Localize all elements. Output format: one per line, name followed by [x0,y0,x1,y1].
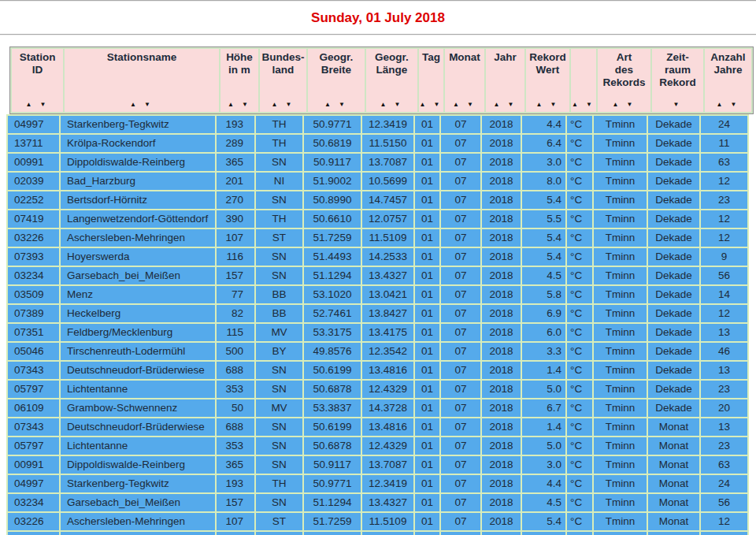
cell-station-id [8,532,59,535]
sort-arrows-rekord-wert[interactable]: ▲ ▼ [536,101,559,108]
cell-hoehe: 107 [217,229,254,247]
cell-station-id: 05797 [8,381,59,398]
cell-jahr: 2018 [482,513,521,530]
cell-geogr-laenge: 12.3542 [362,343,413,360]
sort-arrows-monat[interactable]: ▲ ▼ [453,101,476,108]
cell-anzahl-jahre: 24 [701,475,747,492]
cell-stationsname: Deutschneudorf-Brüderwiese [61,362,215,379]
records-section: StationID▲ ▼Stationsname▲ ▼Höhein m▲ ▼Bu… [6,46,747,535]
cell-tag: 01 [415,494,439,511]
cell-hoehe: 157 [217,494,254,511]
sort-arrows-hoehe[interactable]: ▲ ▼ [228,101,251,108]
cell-geogr-breite: 51.1294 [304,494,361,511]
cell-jahr: 2018 [482,399,521,417]
cell-geogr-laenge: 10.5699 [362,173,413,190]
cell-zeitraum: Dekade [648,116,699,133]
cell-zeitraum: Dekade [648,173,699,190]
cell-station-id: 07343 [8,418,59,436]
cell-zeitraum: Dekade [648,154,699,171]
cell-unit: °C [567,116,592,133]
cell-geogr-laenge: 13.4327 [362,494,413,511]
cell-tag: 01 [415,116,439,133]
cell-geogr-laenge: 12.4329 [362,437,413,455]
cell-unit: °C [567,437,592,455]
sort-arrows-tag[interactable]: ▲ ▼ [419,101,443,108]
cell-unit: °C [567,494,592,511]
sort-arrows-jahr[interactable]: ▲ ▼ [493,101,517,108]
cell-geogr-laenge: 12.4329 [362,381,413,398]
cell-bundesland [256,532,302,535]
cell-geogr-breite: 50.6610 [304,210,361,228]
cell-stationsname: Feldberg/Mecklenburg [61,324,215,341]
column-label-geogr-laenge: Geogr.Länge [375,51,409,76]
table-row: 06109Grambow-Schwennenz50MV53.383714.372… [8,399,747,417]
cell-unit: °C [567,267,592,284]
cell-stationsname: Bad_Harzburg [61,173,215,190]
cell-jahr: 2018 [482,456,521,474]
sort-arrows-bundesland[interactable]: ▲ ▼ [271,101,295,108]
sort-arrows-anzahl-jahre[interactable]: ▲ ▼ [716,101,739,108]
cell-unit: °C [567,191,592,209]
cell-art-rekord: Tminn [594,135,647,152]
cell-stationsname: Hoyerswerda [61,248,215,266]
cell-geogr-laenge: 12.3419 [362,116,413,133]
cell-hoehe: 82 [217,305,254,322]
column-label-art-rekord: ArtdesRekords [602,51,645,89]
sort-arrows-station-id[interactable]: ▲ ▼ [25,101,49,108]
cell-geogr-laenge: 14.3728 [362,399,413,417]
cell-tag: 01 [415,210,439,228]
sort-arrows-geogr-laenge[interactable]: ▲ ▼ [380,101,403,108]
table-row: 07389Heckelberg82BB52.746113.84270107201… [8,305,747,322]
cell-anzahl-jahre: 56 [701,494,747,511]
sort-arrows-unit[interactable]: ▲ ▼ [572,101,595,108]
cell-art-rekord: Tminn [594,305,647,322]
cell-station-id: 03234 [8,267,59,284]
cell-geogr-laenge: 14.2533 [362,248,413,266]
cell-zeitraum: Dekade [648,135,699,152]
cell-bundesland: TH [256,135,302,152]
sort-arrows-geogr-breite[interactable]: ▲ ▼ [324,101,348,108]
cell-monat: 07 [441,456,480,474]
table-row: 07351Feldberg/Mecklenburg115MV53.317513.… [8,324,747,341]
cell-anzahl-jahre: 23 [701,191,747,209]
cell-rekord-wert: 5.0 [522,381,565,398]
cell-station-id: 03226 [8,513,59,530]
cell-rekord-wert: 5.4 [522,513,565,530]
column-header-rekord-wert: RekordWert▲ ▼ [526,49,569,112]
table-row: 03226Aschersleben-Mehringen107ST51.72591… [8,513,747,530]
cell-art-rekord: Tminn [594,116,647,133]
column-header-anzahl-jahre: AnzahlJahre▲ ▼ [705,49,751,112]
cell-rekord-wert: 3.0 [522,456,565,474]
sort-arrows-zeitraum[interactable]: ▼ [673,101,683,108]
cell-rekord-wert: 4.4 [522,116,565,133]
cell-unit: °C [567,305,592,322]
column-label-zeitraum: Zeit-raumRekord [659,51,696,89]
cell-zeitraum: Dekade [648,191,699,209]
cell-unit: °C [567,381,592,398]
cell-bundesland: SN [256,267,302,284]
header-row: StationID▲ ▼Stationsname▲ ▼Höhein m▲ ▼Bu… [12,49,751,112]
cell-rekord-wert: 6.7 [522,399,565,417]
cell-geogr-laenge: 13.7087 [362,456,413,474]
cell-bundesland: TH [256,116,302,133]
cell-art-rekord [594,532,647,535]
cell-jahr: 2018 [482,381,521,398]
cell-monat: 07 [441,229,480,247]
cell-bundesland: SN [256,191,302,209]
column-label-tag: Tag [422,51,440,64]
sort-arrows-art-rekord[interactable]: ▲ ▼ [612,101,636,108]
cell-monat: 07 [441,324,480,341]
cell-tag: 01 [415,191,439,209]
cell-bundesland: BB [256,286,302,303]
cell-monat: 07 [441,191,480,209]
cell-zeitraum: Monat [648,513,699,530]
cell-station-id: 07343 [8,362,59,379]
cell-art-rekord: Tminn [594,173,647,190]
cell-jahr: 2018 [482,324,521,341]
cell-anzahl-jahre: 12 [701,513,747,530]
cell-anzahl-jahre: 13 [701,362,747,379]
cell-geogr-breite: 50.6819 [304,135,361,152]
records-table-body: 04997Starkenberg-Tegkwitz193TH50.977112.… [6,114,749,535]
cell-geogr-breite: 49.8576 [304,343,361,360]
sort-arrows-stationsname[interactable]: ▲ ▼ [130,101,154,108]
